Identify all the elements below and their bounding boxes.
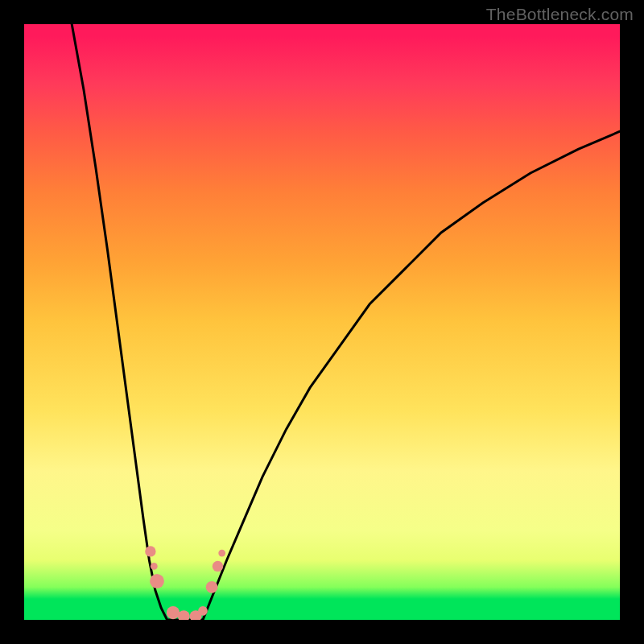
dot-valley-mid1 [178,610,190,620]
curve-svg [24,24,620,620]
dot-right-wall-lower [206,581,218,593]
frame: TheBottleneck.com [0,0,644,644]
dot-valley-left [167,606,180,619]
watermark-text: TheBottleneck.com [486,5,634,24]
bottleneck-curve [72,24,620,620]
dot-left-wall-upper [145,546,155,556]
dot-left-wall-lower [150,574,164,588]
dot-valley-right [198,606,208,616]
marker-group [145,546,225,620]
dot-right-wall-upper [213,561,223,572]
plot-area [24,24,620,620]
dot-left-wall-tiny [151,563,158,570]
dot-right-wall-tiny [218,550,225,557]
